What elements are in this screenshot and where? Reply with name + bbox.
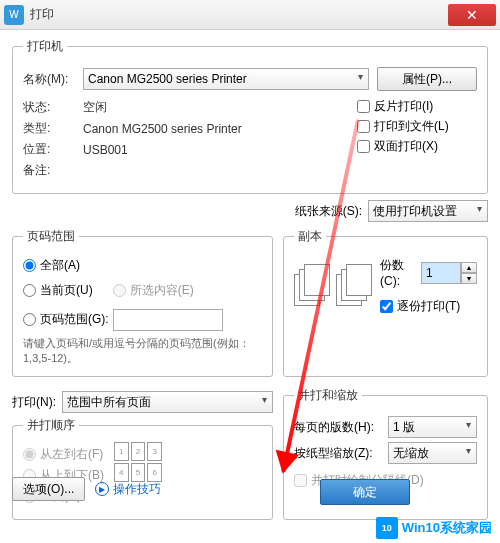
range-all-label: 全部(A) (40, 257, 80, 274)
options-button[interactable]: 选项(O)... (12, 477, 85, 501)
reverse-checkbox[interactable]: 反片打印(I) (357, 98, 477, 115)
order-lr-radio: 从左到右(F) (23, 446, 104, 463)
ok-button[interactable]: 确定 (320, 479, 410, 505)
range-pages-label: 页码范围(G): (40, 311, 109, 328)
app-icon: W (4, 5, 24, 25)
type-label: 类型: (23, 120, 83, 137)
scale-legend: 并打和缩放 (294, 387, 362, 404)
tofile-label: 打印到文件(L) (374, 118, 449, 135)
duplex-checkbox[interactable]: 双面打印(X) (357, 138, 477, 155)
perpage-select[interactable]: 1 版 (388, 416, 477, 438)
spin-down[interactable]: ▼ (461, 273, 477, 284)
collate-label: 逐份打印(T) (397, 298, 460, 315)
range-current-radio[interactable]: 当前页(U) (23, 282, 93, 299)
status-label: 状态: (23, 99, 83, 116)
scaleto-label: 按纸型缩放(Z): (294, 445, 384, 462)
order-legend: 并打顺序 (23, 417, 79, 434)
range-selection-label: 所选内容(E) (130, 282, 194, 299)
spin-up[interactable]: ▲ (461, 262, 477, 273)
range-note: 请键入页码和/或用逗号分隔的页码范围(例如：1,3,5-12)。 (23, 336, 262, 366)
where-label: 位置: (23, 141, 83, 158)
scaleto-select[interactable]: 无缩放 (388, 442, 477, 464)
print-what-select[interactable]: 范围中所有页面 (62, 391, 273, 413)
range-selection-radio: 所选内容(E) (113, 282, 194, 299)
status-value: 空闲 (83, 99, 107, 116)
order-lr-label: 从左到右(F) (40, 446, 103, 463)
properties-button[interactable]: 属性(P)... (377, 67, 477, 91)
printer-group: 打印机 名称(M): Canon MG2500 series Printer 属… (12, 38, 488, 194)
window-title: 打印 (30, 6, 448, 23)
copies-count-label: 份数(C): (380, 257, 417, 288)
watermark-text: Win10系统家园 (402, 519, 492, 537)
copies-legend: 副本 (294, 228, 326, 245)
range-all-radio[interactable]: 全部(A) (23, 257, 262, 274)
printer-legend: 打印机 (23, 38, 67, 55)
type-value: Canon MG2500 series Printer (83, 122, 242, 136)
range-pages-input[interactable] (113, 309, 223, 331)
close-button[interactable]: ✕ (448, 4, 496, 26)
tips-link[interactable]: ▶ 操作技巧 (95, 481, 161, 498)
range-pages-radio[interactable]: 页码范围(G): (23, 311, 109, 328)
where-value: USB001 (83, 143, 128, 157)
range-current-label: 当前页(U) (40, 282, 93, 299)
paper-source-label: 纸张来源(S): (295, 203, 362, 220)
watermark-logo-icon: 10 (376, 517, 398, 539)
print-what-label: 打印(N): (12, 394, 56, 411)
name-label: 名称(M): (23, 71, 83, 88)
printer-select[interactable]: Canon MG2500 series Printer (83, 68, 369, 90)
range-group: 页码范围 全部(A) 当前页(U) 所选内容(E) 页码范围(G): 请键入页码… (12, 228, 273, 377)
copies-preview-icon (294, 264, 372, 308)
duplex-label: 双面打印(X) (374, 138, 438, 155)
copies-spinner[interactable]: ▲▼ (421, 262, 477, 284)
tofile-checkbox[interactable]: 打印到文件(L) (357, 118, 477, 135)
collate-checkbox[interactable]: 逐份打印(T) (380, 298, 477, 315)
copies-group: 副本 份数(C): ▲▼ 逐份打印(T) (283, 228, 488, 377)
tips-label: 操作技巧 (113, 481, 161, 498)
comment-label: 备注: (23, 162, 83, 179)
perpage-label: 每页的版数(H): (294, 419, 384, 436)
reverse-label: 反片打印(I) (374, 98, 433, 115)
titlebar: W 打印 ✕ (0, 0, 500, 30)
play-icon: ▶ (95, 482, 109, 496)
paper-source-select[interactable]: 使用打印机设置 (368, 200, 488, 222)
watermark: 10 Win10系统家园 (376, 517, 492, 539)
copies-input[interactable] (421, 262, 461, 284)
range-legend: 页码范围 (23, 228, 79, 245)
